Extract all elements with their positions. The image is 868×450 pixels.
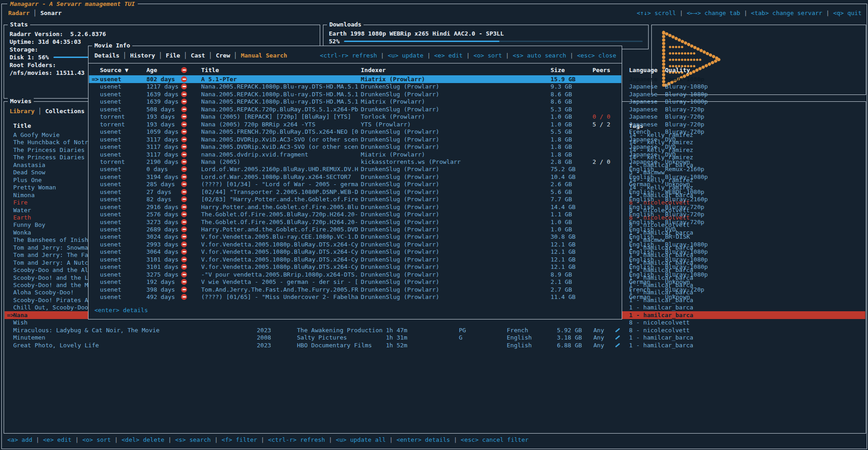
release-size: 14.4 GB: [551, 203, 576, 211]
tab-crew[interactable]: Crew: [216, 52, 230, 59]
release-row[interactable]: torrent193 daysNana (2005) 720p BRRip x2…: [89, 120, 621, 128]
search-header-age[interactable]: Age: [146, 66, 157, 74]
release-row[interactable]: usenet3101 daysV.for.Vendetta.2005.1080p…: [89, 263, 621, 271]
release-age: 3064 days: [146, 248, 178, 256]
release-row[interactable]: usenet3024 daysV.for.Vendetta.2005.Blu-r…: [89, 233, 621, 241]
search-table-body[interactable]: =>usenet802 daysA 5.1-PTerMiatrix (Prowl…: [89, 75, 621, 306]
key-hint: <ctrl-r> refresh: [268, 436, 325, 443]
tab-file[interactable]: File: [166, 52, 180, 59]
tab-details[interactable]: Details: [94, 52, 120, 59]
release-size: 9.3 GB: [551, 83, 572, 90]
release-row[interactable]: usenet3275 days-"V pour vendetta.2005.BR…: [89, 271, 621, 278]
release-quality: Bluray-720p: [665, 128, 704, 136]
movie-runtime: 1h 52m: [386, 341, 407, 349]
release-row[interactable]: torrent193 daysNana (2005) [REPACK] [720…: [89, 113, 621, 120]
release-row[interactable]: usenet1217 daysNana.2005.REPACK.1080p.Bl…: [89, 83, 621, 90]
release-row[interactable]: usenet508 daysNana.2005.REPACK.720p.BluR…: [89, 105, 621, 113]
release-quality: Bluray-2160p: [665, 195, 708, 203]
movie-row[interactable]: Minutemen2008Salty Pictures1h 31mGEnglis…: [5, 334, 865, 341]
release-row[interactable]: torrent2190 daysNana (2005)kickasstorren…: [89, 158, 621, 166]
search-header-title[interactable]: Title: [201, 66, 219, 74]
tab-cast[interactable]: Cast: [191, 52, 205, 59]
keybar-separator: |: [72, 436, 82, 443]
release-row[interactable]: =>usenet802 daysA 5.1-PTerMiatrix (Prowl…: [89, 75, 621, 83]
app-title: Managarr - A Servarr management TUI: [7, 0, 138, 8]
release-row[interactable]: usenet3117 daysNana.2005.DVDRip.XviD.AC3…: [89, 143, 621, 151]
movie-tag: 1 - hamilcar_barca: [629, 341, 693, 349]
movie-row[interactable]: Miraculous: Ladybug & Cat Noir, The Movi…: [5, 326, 865, 334]
tab-separator: │: [180, 52, 191, 59]
keybar-separator: |: [740, 10, 751, 16]
release-title: V.for.Vendetta.2005.1080p.BluRay.DTS.x26…: [201, 256, 358, 263]
tab-history[interactable]: History: [130, 52, 155, 59]
tab-radarr[interactable]: Radarr: [8, 10, 30, 16]
release-row[interactable]: usenet492 days(????) [01/65] - "Miss Und…: [89, 293, 621, 301]
release-row[interactable]: usenet1639 daysNana.2005.REPACK.1080p.Bl…: [89, 90, 621, 98]
search-header-language[interactable]: Language: [629, 66, 658, 74]
tab-library[interactable]: Library: [10, 108, 35, 115]
search-header-source-sorted[interactable]: Source ▼: [100, 66, 129, 74]
release-row[interactable]: usenet192 daysV wie Vendetta - 2005 - ge…: [89, 278, 621, 286]
search-header-quality[interactable]: Quality: [665, 66, 690, 74]
movie-size: 6.88 GB: [557, 341, 582, 349]
release-row[interactable]: usenet3117 daysnana.2005.dvdrip.xvid.fra…: [89, 151, 621, 158]
release-row[interactable]: usenet1639 daysNana.2005.REPACK.1080p.Bl…: [89, 98, 621, 105]
release-indexer: DrunkenSlug (Prowlarr): [361, 143, 439, 151]
release-row[interactable]: usenet3101 daysV.for.Vendetta.2005.1080p…: [89, 256, 621, 263]
release-row[interactable]: usenet3273 daysThe.Goblet.Of.Fire.2005.B…: [89, 218, 621, 226]
release-quality: DVD: [665, 143, 676, 151]
tab-sonarr[interactable]: Sonarr: [40, 10, 62, 16]
movie-title: Anastasia: [13, 161, 45, 169]
release-indexer: DrunkenSlug (Prowlarr): [361, 278, 439, 286]
release-row[interactable]: usenet398 daysTom.And.Jerry.The.Fast.And…: [89, 286, 621, 293]
release-row[interactable]: usenet1059 daysNana.2005.FRENCH.720p.Blu…: [89, 128, 621, 136]
movie-row[interactable]: Wish8 - nicolecolvett: [5, 319, 865, 326]
release-row[interactable]: usenet2689 daysHarry.Potter.and.the.Gobl…: [89, 225, 621, 233]
release-indexer: DrunkenSlug (Prowlarr): [361, 188, 439, 196]
tab-collections[interactable]: Collections: [45, 108, 84, 115]
release-quality: Bluray-1080p: [665, 173, 708, 181]
search-header-peers[interactable]: Peers: [593, 66, 610, 74]
rejected-icon: [181, 84, 187, 89]
movie-row[interactable]: Great Photo, Lovely Life2023HBO Document…: [5, 341, 865, 349]
rejected-icon: [181, 114, 187, 120]
release-row[interactable]: usenet0 daysLord.of.War.2005.2160p.BluRa…: [89, 165, 621, 173]
keybar-separator: |: [566, 52, 577, 59]
movie-info-footer-hint: <enter> details: [94, 306, 148, 314]
release-age: 82 days: [146, 195, 172, 203]
movies-header-title[interactable]: Title: [13, 122, 31, 130]
keybar-separator: |: [211, 436, 221, 443]
release-size: 12.1 GB: [551, 263, 576, 271]
search-table-header: Source ▼ Age Title Indexer Size Peers La…: [89, 66, 621, 74]
movie-tag: 8 - nicolecolvett: [629, 319, 690, 326]
release-row[interactable]: usenet2993 daysV.for.Vendetta.2005.1080p…: [89, 241, 621, 248]
rejected-icon: [181, 219, 187, 225]
key-hint: <del> delete: [122, 436, 165, 443]
release-size: 8.9 GB: [551, 271, 572, 278]
search-header-indexer[interactable]: Indexer: [361, 66, 386, 74]
keybar-separator: |: [325, 436, 336, 443]
key-hint: <o> sort: [473, 52, 502, 59]
movie-title: Aloha Scooby-Doo!: [13, 288, 74, 296]
release-row[interactable]: usenet27 days[02/44] "Transporter 2.2005…: [89, 188, 621, 196]
movie-title: Tom and Jerry: The Fa: [13, 251, 88, 259]
release-age: 2689 days: [146, 225, 178, 233]
tab-manual-search[interactable]: Manual Search: [241, 52, 287, 59]
release-row[interactable]: usenet2576 daysThe.Goblet.Of.Fire.2005.B…: [89, 210, 621, 218]
release-indexer: DrunkenSlug (Prowlarr): [361, 241, 439, 248]
search-header-size[interactable]: Size: [551, 66, 565, 74]
release-row[interactable]: usenet82 days[02/83] "Harry.Potter.and.t…: [89, 195, 621, 203]
release-row[interactable]: usenet2916 daysHarry.Potter.and.the.Gobl…: [89, 203, 621, 211]
release-row[interactable]: usenet3117 daysNana.2005.DVDRip.XviD.AC3…: [89, 136, 621, 143]
release-title: Nana.2005.DVDRip.XviD.AC3-SVO (or other …: [201, 143, 358, 151]
movie-title: Scooby-Doo! Pirates A: [13, 296, 88, 304]
movie-title: Nimona: [13, 191, 35, 199]
release-language: English: [629, 256, 654, 263]
release-row[interactable]: usenet3194 daysLord.of.War.2005.1080p.Bl…: [89, 173, 621, 181]
release-row[interactable]: usenet285 days(????) [01/34] - "Lord of …: [89, 180, 621, 188]
rejected-icon: [181, 129, 187, 135]
rejected-icon: [181, 189, 187, 195]
release-quality: Bluray-720p: [665, 105, 704, 113]
release-row[interactable]: usenet3064 daysV.for.Vendetta.2005.1080p…: [89, 248, 621, 256]
release-indexer: Torlock (Prowlarr): [361, 113, 425, 120]
